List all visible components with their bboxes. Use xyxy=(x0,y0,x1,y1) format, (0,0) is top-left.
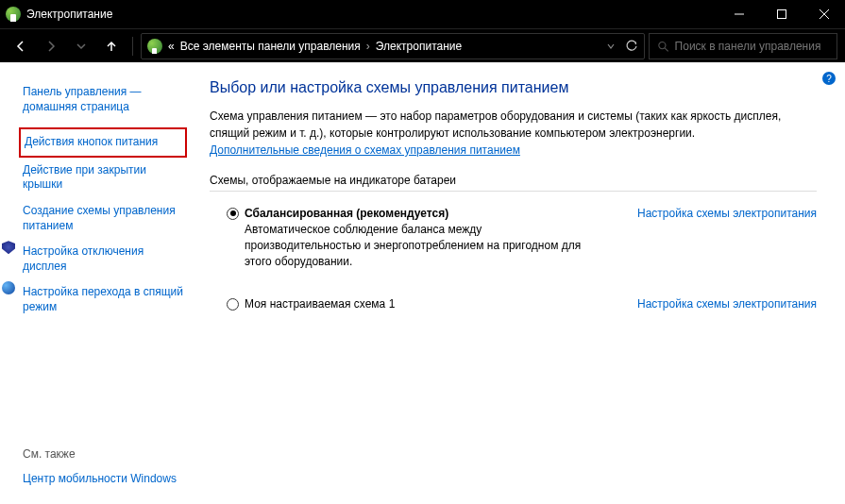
maximize-button[interactable] xyxy=(760,0,803,28)
globe-icon xyxy=(2,281,15,294)
sidebar-link-lid-close[interactable]: Действие при закрытии крышки xyxy=(19,158,187,198)
sidebar-link-display-off[interactable]: Настройка отключения дисплея xyxy=(19,239,187,279)
shield-icon xyxy=(2,241,15,254)
navbar: « Все элементы панели управления › Элект… xyxy=(0,28,845,62)
scheme-name: Сбалансированная (рекомендуется) xyxy=(245,207,448,220)
breadcrumb-parent[interactable]: Все элементы панели управления xyxy=(180,40,361,53)
titlebar: Электропитание xyxy=(0,0,845,28)
breadcrumb-prefix: « xyxy=(168,40,175,53)
search-icon xyxy=(657,40,669,53)
close-button[interactable] xyxy=(803,0,845,28)
scheme-radio-custom[interactable] xyxy=(227,298,239,311)
help-icon[interactable]: ? xyxy=(822,72,836,85)
scheme-settings-link[interactable]: Настройка схемы электропитания xyxy=(637,207,817,220)
search-box[interactable] xyxy=(649,33,837,59)
up-button[interactable] xyxy=(98,33,125,59)
power-scheme-row: Моя настраиваемая схема 1 Настройка схем… xyxy=(210,294,817,314)
power-options-icon xyxy=(147,39,162,54)
recent-dropdown[interactable] xyxy=(68,33,94,59)
svg-rect-1 xyxy=(777,10,786,19)
sidebar-link-create-plan[interactable]: Создание схемы управления питанием xyxy=(19,198,187,239)
more-info-link[interactable]: Дополнительные сведения о схемах управле… xyxy=(210,143,520,157)
scheme-name: Моя настраиваемая схема 1 xyxy=(245,297,395,311)
scheme-radio-balanced[interactable] xyxy=(227,208,239,220)
search-input[interactable] xyxy=(675,40,829,53)
address-bar[interactable]: « Все элементы панели управления › Элект… xyxy=(141,33,645,59)
power-options-icon xyxy=(6,7,21,22)
chevron-down-icon[interactable] xyxy=(606,42,616,51)
sidebar: Панель управления — домашняя страница Де… xyxy=(0,62,198,504)
sidebar-link-power-buttons[interactable]: Действия кнопок питания xyxy=(19,127,187,158)
schemes-section-header: Схемы, отображаемые на индикаторе батаре… xyxy=(210,174,817,192)
svg-point-4 xyxy=(659,42,666,48)
main-content: Выбор или настройка схемы управления пит… xyxy=(198,62,845,504)
page-heading: Выбор или настройка схемы управления пит… xyxy=(210,79,817,96)
window-title: Электропитание xyxy=(26,8,112,21)
back-button[interactable] xyxy=(8,33,34,59)
power-scheme-row: Сбалансированная (рекомендуется) Автомат… xyxy=(210,203,817,273)
breadcrumb-current[interactable]: Электропитание xyxy=(376,40,462,53)
minimize-button[interactable] xyxy=(718,0,760,28)
sidebar-link-sleep[interactable]: Настройка перехода в спящий режим xyxy=(19,279,187,320)
control-panel-home-link[interactable]: Панель управления — домашняя страница xyxy=(19,79,187,120)
refresh-icon[interactable] xyxy=(625,40,638,53)
forward-button[interactable] xyxy=(38,33,64,59)
see-also-label: См. также xyxy=(19,442,187,466)
mobility-center-link[interactable]: Центр мобильности Windows xyxy=(19,466,187,493)
scheme-settings-link[interactable]: Настройка схемы электропитания xyxy=(637,297,817,311)
scheme-description: Автоматическое соблюдение баланса между … xyxy=(245,222,594,269)
svg-line-5 xyxy=(665,47,668,51)
page-description: Схема управления питанием — это набор па… xyxy=(210,108,817,142)
chevron-right-icon[interactable]: › xyxy=(366,40,370,53)
